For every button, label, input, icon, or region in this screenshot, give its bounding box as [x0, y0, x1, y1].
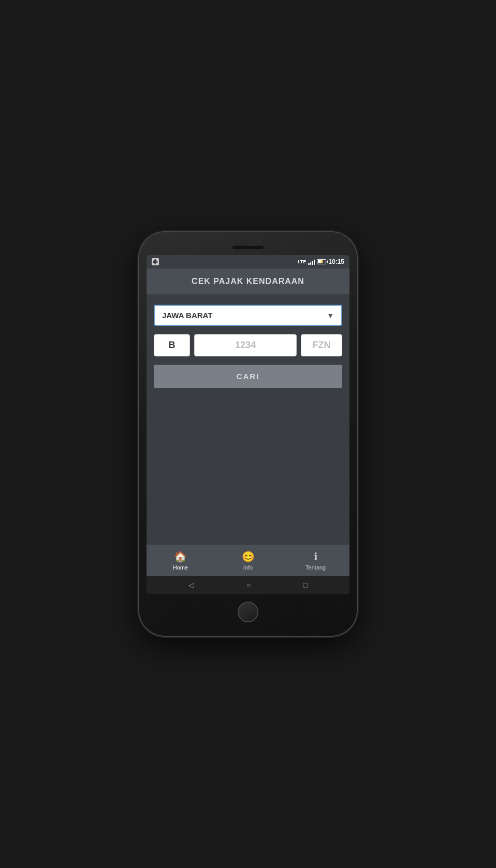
nav-item-home[interactable]: 🏠 Home [147, 550, 214, 571]
signal-bars [308, 259, 315, 265]
plate-number-row: B 1234 FZN [154, 334, 342, 356]
app-header: CEK PAJAK KENDARAAN [147, 268, 349, 294]
signal-bar-2 [310, 262, 312, 265]
dropdown-arrow-icon: ▼ [327, 311, 334, 320]
plate-number-placeholder: 1234 [235, 340, 256, 350]
signal-bar-3 [312, 261, 313, 265]
home-nav-label: Home [173, 564, 188, 571]
home-button[interactable]: ○ [246, 581, 251, 589]
home-icon: ○ [246, 581, 251, 589]
search-button-label: CARI [237, 372, 260, 381]
nav-item-info[interactable]: 😊 Info [214, 550, 282, 571]
nav-item-tentang[interactable]: ℹ Tentang [282, 550, 349, 571]
app-title: CEK PAJAK KENDARAAN [192, 277, 304, 286]
plate-number-input[interactable]: 1234 [194, 334, 297, 356]
tentang-nav-label: Tentang [305, 564, 326, 571]
plate-suffix-input[interactable]: FZN [301, 334, 342, 356]
province-dropdown[interactable]: JAWA BARAT ▼ [154, 305, 342, 326]
plate-prefix-input[interactable]: B [154, 334, 190, 356]
info-nav-label: Info [243, 564, 253, 571]
android-nav-bar: ◁ ○ □ [147, 576, 349, 594]
search-button[interactable]: CARI [154, 365, 342, 388]
phone-screen: LTE ⚡ 10:15 CEK PAJAK KENDARAAN [147, 255, 349, 594]
plate-prefix-value: B [169, 340, 176, 350]
status-right: LTE ⚡ 10:15 [298, 258, 344, 265]
phone-top-bar [147, 242, 349, 253]
battery-icon: ⚡ [317, 259, 326, 264]
phone-bottom [147, 594, 349, 626]
signal-bar-4 [314, 260, 315, 265]
bottom-nav: 🏠 Home 😊 Info ℹ Tentang [147, 545, 349, 576]
status-bar: LTE ⚡ 10:15 [147, 255, 349, 268]
back-icon: ◁ [188, 581, 194, 589]
physical-home-button[interactable] [238, 602, 258, 622]
speaker-grille [232, 246, 264, 249]
signal-bar-1 [308, 263, 310, 265]
lte-badge: LTE [298, 259, 306, 264]
bolt-icon: ⚡ [319, 260, 324, 264]
app-content: JAWA BARAT ▼ B 1234 FZN CARI [147, 294, 349, 545]
info-nav-icon: 😊 [242, 550, 255, 563]
android-status-icon [152, 258, 159, 265]
tentang-nav-icon: ℹ [314, 550, 318, 563]
back-button[interactable]: ◁ [188, 581, 194, 589]
recents-icon: □ [303, 581, 308, 589]
province-selected-label: JAWA BARAT [162, 311, 213, 320]
recents-button[interactable]: □ [303, 581, 308, 589]
home-nav-icon: 🏠 [174, 550, 187, 563]
front-camera [319, 245, 324, 249]
phone-device: LTE ⚡ 10:15 CEK PAJAK KENDARAAN [139, 232, 357, 636]
time-display: 10:15 [328, 258, 344, 265]
plate-suffix-placeholder: FZN [313, 340, 331, 350]
status-left [152, 258, 159, 265]
